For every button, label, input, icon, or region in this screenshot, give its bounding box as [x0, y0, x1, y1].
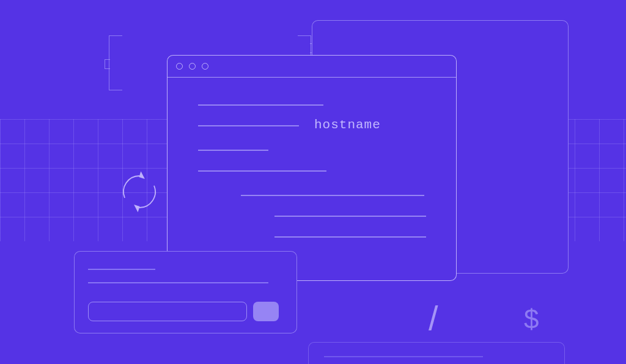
window-titlebar — [168, 56, 456, 78]
window-control-close[interactable] — [176, 63, 183, 70]
form-card — [74, 251, 297, 333]
code-line — [198, 104, 323, 106]
code-line — [198, 150, 268, 151]
slash-glyph: / — [429, 298, 438, 338]
window-control-maximize[interactable] — [202, 63, 208, 70]
code-line — [198, 170, 326, 172]
code-line — [241, 195, 424, 196]
card-text-line — [88, 282, 268, 283]
card-text-line — [88, 269, 155, 270]
code-area: hostname — [168, 78, 456, 96]
refresh-icon — [117, 170, 161, 214]
code-line — [274, 236, 426, 238]
window-control-minimize[interactable] — [189, 63, 196, 70]
submit-button[interactable] — [253, 302, 279, 321]
input-field[interactable] — [88, 302, 247, 321]
command-text: hostname — [314, 118, 381, 132]
panel-text-line — [324, 356, 483, 357]
bottom-faint-panel — [308, 342, 565, 364]
left-bracket-glyph — [109, 35, 122, 90]
dollar-glyph: $ — [524, 304, 539, 335]
code-line — [198, 125, 299, 126]
terminal-window: hostname — [167, 55, 457, 281]
code-line — [274, 216, 426, 217]
